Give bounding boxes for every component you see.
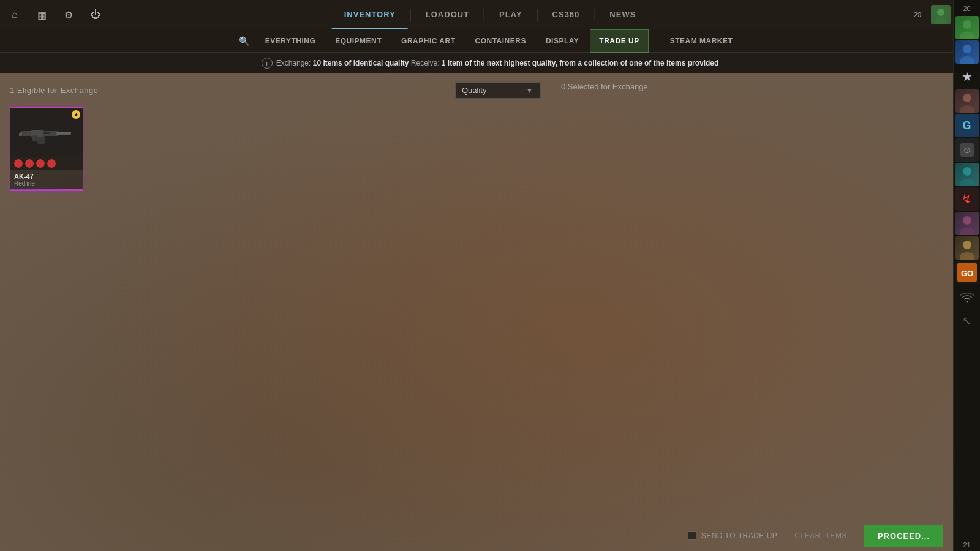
nav-sep-3 <box>537 9 538 21</box>
nav-sep-2 <box>484 9 484 21</box>
inventory-icon[interactable]: ▦ <box>33 6 50 23</box>
nav-item-loadout[interactable]: LOADOUT <box>413 0 481 29</box>
wifi-icon[interactable] <box>956 285 979 309</box>
search-icon[interactable]: 🔍 <box>239 36 249 46</box>
svg-point-13 <box>960 252 974 260</box>
item-info: AK-47 Redline <box>10 170 83 190</box>
side-avatar-9[interactable] <box>956 212 979 235</box>
user-avatar[interactable] <box>931 5 951 24</box>
item-subname: Redline <box>14 180 79 187</box>
svg-point-9 <box>960 179 974 186</box>
info-icon: i <box>262 58 273 69</box>
side-avatar-4[interactable] <box>956 89 979 113</box>
nav-item-news[interactable]: NEWS <box>597 0 648 29</box>
quality-dropdown-label: Quality <box>462 86 486 95</box>
right-panel: 0 Selected for Exchange <box>551 73 980 551</box>
chevron-down-icon: ▼ <box>526 87 533 94</box>
side-avatar-7[interactable] <box>956 163 979 186</box>
exchange-area[interactable] <box>561 108 970 542</box>
eligible-count-label: 1 Eligible for Exchange <box>10 86 98 95</box>
bottom-bar: SEND TO TRADE UP CLEAR ITEMS PROCEED... <box>0 520 953 551</box>
side-avatar-6[interactable]: ⊙ <box>956 138 979 162</box>
item-image-area: ★ <box>10 108 83 157</box>
user-count-area: 20 <box>907 11 929 18</box>
sec-nav-everything[interactable]: EVERYTHING <box>257 29 325 53</box>
sec-nav-sep <box>655 36 655 46</box>
left-panel-header: 1 Eligible for Exchange Quality ▼ <box>10 82 541 99</box>
info-prefix: Exchange: <box>276 59 311 67</box>
svg-point-12 <box>963 241 971 249</box>
ak47-image <box>19 120 74 144</box>
top-user-count: 20 <box>954 2 980 15</box>
svg-point-6 <box>963 94 971 102</box>
item-card-ak47[interactable]: ★ <box>10 107 83 191</box>
clear-items-button[interactable]: CLEAR ITEMS <box>787 528 854 544</box>
sec-nav-steam-market[interactable]: STEAM MARKET <box>662 29 742 53</box>
dot-3 <box>36 159 45 168</box>
send-to-trade-text: SEND TO TRADE UP <box>701 531 778 540</box>
svg-point-7 <box>960 105 974 113</box>
top-nav-left-icons: ⌂ ▦ ⚙ ⏻ <box>6 6 104 23</box>
svg-rect-25 <box>32 135 37 141</box>
sec-nav-containers[interactable]: CONTAINERS <box>466 29 534 53</box>
dot-2 <box>25 159 34 168</box>
svg-text:GO: GO <box>960 269 973 278</box>
info-banner: i Exchange: 10 items of identical qualit… <box>0 53 980 73</box>
svg-point-17 <box>937 9 944 16</box>
info-middle: Receive: <box>411 59 442 67</box>
main-content: 1 Eligible for Exchange Quality ▼ ★ <box>0 73 980 551</box>
side-avatar-8[interactable]: ↯ <box>956 187 979 211</box>
sec-nav-graphic-art[interactable]: GRAPHIC ART <box>393 29 464 53</box>
send-to-trade-checkbox[interactable] <box>688 531 696 540</box>
svg-rect-26 <box>43 132 50 134</box>
nav-sep-1 <box>410 9 411 21</box>
item-border-bottom <box>10 189 83 190</box>
side-avatar-2[interactable] <box>956 40 979 64</box>
nav-item-cs360[interactable]: CS360 <box>540 0 592 29</box>
expand-icon[interactable]: ⤡ <box>956 310 979 333</box>
item-star-icon: ★ <box>72 110 80 119</box>
send-to-trade-container[interactable]: SEND TO TRADE UP <box>688 531 778 540</box>
svg-point-5 <box>960 56 974 64</box>
sec-nav-display[interactable]: DISPLAY <box>537 29 587 53</box>
item-name: AK-47 <box>14 173 79 180</box>
dot-4 <box>47 159 56 168</box>
sec-nav-trade-up[interactable]: TRADE UP <box>590 29 648 53</box>
proceed-button[interactable]: PROCEED... <box>864 525 943 547</box>
info-highlight1: 10 items of identical quality <box>313 59 409 67</box>
svg-rect-22 <box>37 135 45 144</box>
side-star-icon[interactable]: ★ <box>956 65 979 88</box>
nav-sep-4 <box>594 9 595 21</box>
items-grid: ★ <box>10 107 541 191</box>
side-panel: 20 ★ G ⊙ <box>953 0 980 551</box>
power-icon[interactable]: ⏻ <box>87 6 104 23</box>
svg-point-2 <box>960 32 974 39</box>
info-highlight2: 1 item of the next highest quality, from… <box>442 59 719 67</box>
svg-point-8 <box>963 167 971 176</box>
secondary-nav: 🔍 EVERYTHING EQUIPMENT GRAPHIC ART CONTA… <box>0 29 980 53</box>
svg-rect-21 <box>57 132 70 134</box>
top-nav: ⌂ ▦ ⚙ ⏻ INVENTORY LOADOUT PLAY CS360 NEW… <box>0 0 980 29</box>
side-avatar-1[interactable] <box>956 16 979 39</box>
svg-point-11 <box>960 228 974 235</box>
home-icon[interactable]: ⌂ <box>6 6 23 23</box>
item-dots <box>10 157 83 170</box>
nav-item-inventory[interactable]: INVENTORY <box>332 0 408 29</box>
side-avatar-5[interactable]: G <box>956 114 979 137</box>
svg-point-1 <box>963 20 971 29</box>
svg-point-4 <box>963 45 971 53</box>
user-count: 20 <box>914 11 921 18</box>
side-avatar-11[interactable]: GO <box>956 261 979 284</box>
dot-1 <box>14 159 23 168</box>
svg-marker-23 <box>19 131 22 136</box>
side-avatar-10[interactable] <box>956 236 979 260</box>
selected-count-label: 0 Selected for Exchange <box>561 82 648 91</box>
settings-icon[interactable]: ⚙ <box>60 6 77 23</box>
sec-nav-equipment[interactable]: EQUIPMENT <box>326 29 390 53</box>
quality-dropdown[interactable]: Quality ▼ <box>455 82 541 99</box>
left-panel: 1 Eligible for Exchange Quality ▼ ★ <box>0 73 551 551</box>
info-text: Exchange: 10 items of identical quality … <box>276 59 719 67</box>
top-nav-center: INVENTORY LOADOUT PLAY CS360 NEWS <box>332 0 649 29</box>
bottom-user-count: 21 <box>954 539 980 551</box>
nav-item-play[interactable]: PLAY <box>487 0 534 29</box>
